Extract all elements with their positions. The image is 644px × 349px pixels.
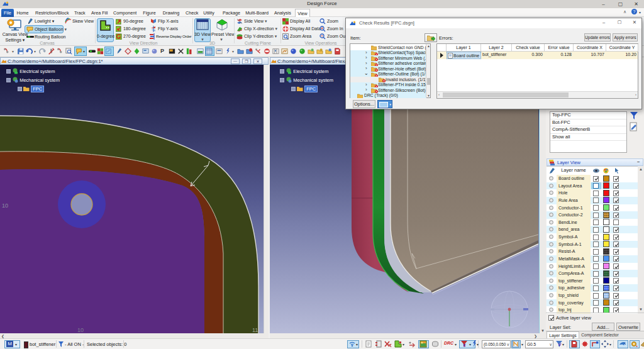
svg-text:10: 10 — [77, 327, 84, 333]
svg-text:11: 11 — [252, 327, 258, 333]
svg-text:10: 10 — [2, 202, 8, 209]
